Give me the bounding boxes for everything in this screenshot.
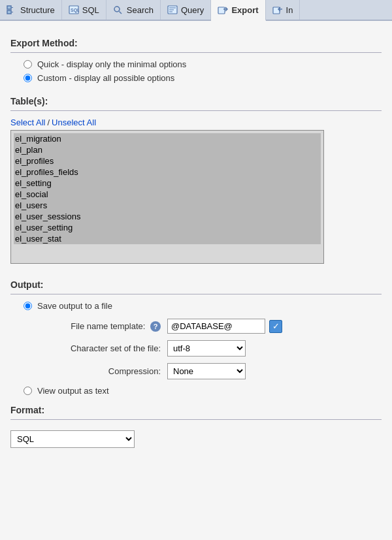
svg-point-6 (114, 7, 120, 12)
file-name-input[interactable] (167, 319, 265, 334)
svg-rect-1 (7, 10, 11, 14)
radio-view-as-text[interactable] (24, 387, 32, 395)
export-method-group: Quick - display only the minimal options… (10, 59, 382, 83)
separator: / (45, 118, 52, 127)
list-item[interactable]: el_user_stat (14, 233, 321, 244)
file-name-checkbox[interactable]: ✓ (269, 320, 282, 333)
tab-import-label: In (286, 5, 293, 15)
view-as-text-label: View output as text (37, 386, 109, 396)
tab-sql[interactable]: SQL SQL (62, 0, 106, 20)
structure-icon (7, 5, 17, 14)
list-item[interactable]: el_users (14, 200, 321, 211)
radio-custom-label: Custom - display all possible options (37, 73, 174, 83)
tables-divider (10, 110, 382, 111)
list-item[interactable]: el_user_sessions (14, 211, 321, 222)
view-as-text-row: View output as text (10, 386, 382, 396)
charset-row: Character set of the file: utf-8 utf-16 … (10, 340, 382, 357)
list-item[interactable]: el_profiles (14, 155, 321, 167)
tables-title: Table(s): (10, 96, 382, 106)
tab-query-label: Query (181, 5, 204, 15)
list-item[interactable]: el_plan (14, 144, 321, 155)
file-name-template-row: File name template: ? ✓ (10, 319, 382, 334)
import-icon (272, 5, 283, 14)
list-item[interactable]: el_user_setting (14, 222, 321, 233)
compression-label: Compression: (37, 366, 167, 376)
svg-rect-12 (218, 7, 225, 14)
radio-quick[interactable] (24, 60, 32, 69)
tab-query[interactable]: Query (161, 0, 211, 20)
format-section: Format: SQL CSV JSON XML Excel (10, 405, 382, 448)
output-divider (10, 294, 382, 294)
tables-listbox[interactable]: el_migration el_plan el_profiles el_prof… (10, 130, 324, 264)
radio-quick-label: Quick - display only the minimal options (37, 59, 186, 69)
compression-select[interactable]: None zip gzip bzip2 (167, 363, 246, 379)
svg-line-7 (119, 12, 122, 14)
export-method-quick[interactable]: Quick - display only the minimal options (24, 59, 382, 69)
list-item[interactable]: el_social (14, 189, 321, 200)
query-icon (167, 5, 178, 14)
charset-control-wrap: utf-8 utf-16 latin1 ascii (167, 340, 246, 357)
select-all-row: Select All / Unselect All (10, 118, 382, 127)
format-divider (10, 419, 382, 420)
sql-icon: SQL (69, 5, 79, 14)
tab-structure-label: Structure (20, 5, 55, 15)
tab-import[interactable]: In (266, 0, 301, 20)
tab-search[interactable]: Search (106, 0, 161, 20)
export-method-divider (10, 52, 382, 53)
save-to-file-label: Save output to a file (37, 301, 112, 311)
list-item[interactable]: el_profiles_fields (14, 167, 321, 178)
format-title: Format: (10, 405, 382, 415)
save-to-file-label-row[interactable]: Save output to a file (24, 301, 382, 311)
format-select[interactable]: SQL CSV JSON XML Excel (10, 430, 135, 448)
svg-rect-0 (7, 6, 11, 9)
file-name-template-label: File name template: ? (37, 321, 167, 332)
file-name-help-icon[interactable]: ? (150, 321, 161, 332)
charset-select[interactable]: utf-8 utf-16 latin1 ascii (167, 340, 246, 357)
svg-text:SQL: SQL (71, 8, 79, 13)
export-method-custom[interactable]: Custom - display all possible options (24, 73, 382, 83)
search-tab-icon (113, 5, 123, 14)
export-method-title: Export Method: (10, 38, 382, 48)
tab-export-label: Export (231, 5, 258, 15)
export-icon (218, 5, 228, 14)
unselect-all-link[interactable]: Unselect All (52, 118, 96, 127)
radio-save-to-file[interactable] (24, 302, 32, 310)
tab-bar: Structure SQL SQL Search Query Export (0, 0, 392, 21)
tab-export[interactable]: Export (211, 0, 265, 21)
output-title: Output: (10, 279, 382, 290)
select-all-link[interactable]: Select All (10, 118, 45, 127)
save-to-file-row: Save output to a file (10, 301, 382, 311)
view-as-text-label-row[interactable]: View output as text (24, 386, 382, 396)
charset-label: Character set of the file: (37, 343, 167, 353)
tab-structure[interactable]: Structure (0, 0, 62, 20)
main-content: Export Method: Quick - display only the … (0, 21, 392, 456)
radio-custom[interactable] (24, 74, 32, 82)
file-name-control-wrap: ✓ (167, 319, 282, 334)
tab-search-label: Search (127, 5, 154, 15)
tab-sql-label: SQL (82, 5, 99, 15)
list-item[interactable]: el_setting (14, 178, 321, 189)
compression-row: Compression: None zip gzip bzip2 (10, 363, 382, 379)
list-item[interactable]: el_migration (14, 133, 321, 144)
compression-control-wrap: None zip gzip bzip2 (167, 363, 246, 379)
